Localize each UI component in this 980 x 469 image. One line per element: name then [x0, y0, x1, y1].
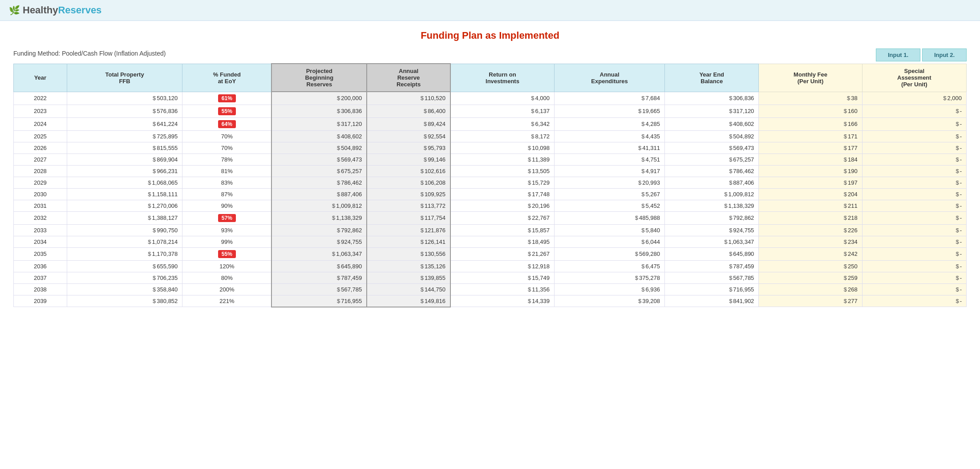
cell-year: 2034: [14, 236, 67, 247]
cell-yeb: $1,063,347: [665, 236, 759, 247]
cell-roi: $17,748: [450, 188, 555, 200]
col-pbr: ProjectedBeginningReserves: [271, 64, 367, 92]
cell-pct: 64%: [182, 117, 272, 130]
cell-pbr: $408,602: [271, 130, 367, 142]
cell-year: 2023: [14, 105, 67, 117]
cell-arr: $109,925: [367, 188, 450, 200]
cell-mfee: $204: [759, 188, 862, 200]
cell-roi: $13,505: [450, 165, 555, 177]
cell-exp: $4,751: [555, 154, 665, 165]
cell-ffb: $641,224: [67, 117, 182, 130]
cell-ffb: $990,750: [67, 224, 182, 236]
table-row: 2036$655,590120%$645,890$135,126$12,918$…: [14, 260, 967, 272]
cell-pbr: $924,755: [271, 236, 367, 247]
cell-roi: $11,356: [450, 283, 555, 295]
cell-pbr: $716,955: [271, 295, 367, 307]
cell-sa: $-: [862, 117, 966, 130]
cell-ffb: $1,270,006: [67, 200, 182, 211]
cell-mfee: $218: [759, 211, 862, 224]
cell-pct: 78%: [182, 154, 272, 165]
cell-pct: 61%: [182, 92, 272, 105]
cell-arr: $117,754: [367, 211, 450, 224]
funding-method: Funding Method: Pooled/Cash Flow (Inflat…: [13, 50, 166, 57]
cell-yeb: $924,755: [665, 224, 759, 236]
logo: 🌿 HealthyReserves: [9, 4, 101, 16]
cell-pbr: $787,459: [271, 272, 367, 283]
table-row: 2023$576,83655%$306,836$86,400$6,137$19,…: [14, 105, 967, 117]
cell-year: 2028: [14, 165, 67, 177]
cell-sa: $-: [862, 177, 966, 188]
table-row: 2031$1,270,00690%$1,009,812$113,772$20,1…: [14, 200, 967, 211]
cell-yeb: $787,459: [665, 260, 759, 272]
cell-roi: $14,339: [450, 295, 555, 307]
cell-yeb: $887,406: [665, 177, 759, 188]
col-yeb: Year EndBalance: [665, 64, 759, 92]
cell-pct: 99%: [182, 236, 272, 247]
cell-yeb: $1,009,812: [665, 188, 759, 200]
cell-exp: $6,044: [555, 236, 665, 247]
cell-sa: $-: [862, 247, 966, 260]
cell-arr: $149,816: [367, 295, 450, 307]
cell-mfee: $268: [759, 283, 862, 295]
table-body: 2022$503,12061%$200,000$110,520$4,000$7,…: [14, 92, 967, 307]
cell-ffb: $358,840: [67, 283, 182, 295]
cell-ffb: $1,388,127: [67, 211, 182, 224]
cell-arr: $135,126: [367, 260, 450, 272]
cell-ffb: $725,895: [67, 130, 182, 142]
cell-roi: $21,267: [450, 247, 555, 260]
cell-roi: $20,196: [450, 200, 555, 211]
cell-exp: $6,475: [555, 260, 665, 272]
cell-exp: $5,452: [555, 200, 665, 211]
cell-year: 2024: [14, 117, 67, 130]
cell-pbr: $306,836: [271, 105, 367, 117]
cell-ffb: $380,852: [67, 295, 182, 307]
cell-pbr: $792,862: [271, 224, 367, 236]
cell-ffb: $1,170,378: [67, 247, 182, 260]
cell-sa: $-: [862, 224, 966, 236]
cell-sa: $-: [862, 295, 966, 307]
table-row: 2029$1,068,06583%$786,462$106,208$15,729…: [14, 177, 967, 188]
header-row: Year Total PropertyFFB % Fundedat EoY Pr…: [14, 64, 967, 92]
cell-arr: $92,554: [367, 130, 450, 142]
header: 🌿 HealthyReserves: [0, 0, 980, 21]
cell-arr: $89,424: [367, 117, 450, 130]
cell-pbr: $1,138,329: [271, 211, 367, 224]
cell-exp: $5,840: [555, 224, 665, 236]
input1-button[interactable]: Input 1.: [876, 49, 920, 61]
cell-pct: 200%: [182, 283, 272, 295]
cell-pbr: $675,257: [271, 165, 367, 177]
input-buttons: Input 1. Input 2.: [876, 49, 967, 61]
cell-pct: 120%: [182, 260, 272, 272]
cell-ffb: $503,120: [67, 92, 182, 105]
table-row: 2033$990,75093%$792,862$121,876$15,857$5…: [14, 224, 967, 236]
cell-sa: $-: [862, 272, 966, 283]
cell-yeb: $841,902: [665, 295, 759, 307]
cell-exp: $569,280: [555, 247, 665, 260]
cell-pct: 221%: [182, 295, 272, 307]
cell-yeb: $504,892: [665, 130, 759, 142]
cell-arr: $130,556: [367, 247, 450, 260]
cell-ffb: $576,836: [67, 105, 182, 117]
cell-mfee: $166: [759, 117, 862, 130]
input2-button[interactable]: Input 2.: [922, 49, 967, 61]
cell-yeb: $792,862: [665, 211, 759, 224]
cell-year: 2030: [14, 188, 67, 200]
col-exp: AnnualExpenditures: [555, 64, 665, 92]
cell-roi: $18,495: [450, 236, 555, 247]
logo-healthy: Healthy: [23, 4, 58, 16]
cell-pbr: $786,462: [271, 177, 367, 188]
cell-exp: $19,665: [555, 105, 665, 117]
cell-arr: $95,793: [367, 142, 450, 154]
cell-roi: $4,000: [450, 92, 555, 105]
cell-sa: $-: [862, 283, 966, 295]
cell-sa: $-: [862, 165, 966, 177]
table-container: Year Total PropertyFFB % Fundedat EoY Pr…: [13, 63, 967, 307]
cell-year: 2035: [14, 247, 67, 260]
table-row: 2034$1,078,21499%$924,755$126,141$18,495…: [14, 236, 967, 247]
cell-mfee: $171: [759, 130, 862, 142]
table-row: 2028$966,23181%$675,257$102,616$13,505$4…: [14, 165, 967, 177]
cell-year: 2027: [14, 154, 67, 165]
cell-yeb: $408,602: [665, 117, 759, 130]
cell-arr: $126,141: [367, 236, 450, 247]
table-row: 2032$1,388,12757%$1,138,329$117,754$22,7…: [14, 211, 967, 224]
